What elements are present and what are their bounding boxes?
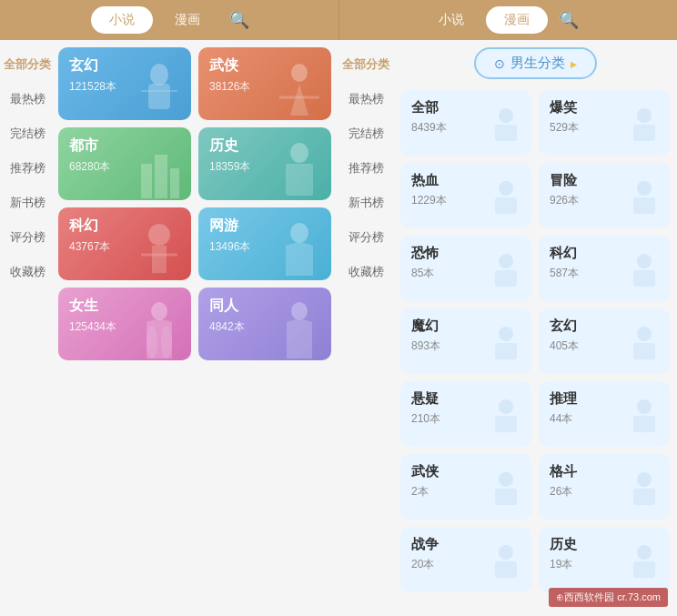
sidebar-item-all-categories-left[interactable]: 全部分类 xyxy=(0,47,55,82)
rcat-label-mohuan: 魔幻 xyxy=(411,318,520,335)
card-count-nvsheng: 125434本 xyxy=(69,319,180,335)
rcat-count-all: 8439本 xyxy=(411,120,520,136)
category-card-wangyou[interactable]: 网游 13496本 xyxy=(198,207,331,280)
left-search-button[interactable]: 🔍 xyxy=(222,6,257,34)
right-sidebar: 全部分类 最热榜 完结榜 推荐榜 新书榜 评分榜 收藏榜 xyxy=(338,40,393,616)
right-panel: 全部分类 最热榜 完结榜 推荐榜 新书榜 评分榜 收藏榜 ⊙ 男生分类 ▸ 全部… xyxy=(338,40,677,616)
rcat-label-all: 全部 xyxy=(411,99,520,116)
left-sidebar: 全部分类 最热榜 完结榜 推荐榜 新书榜 评分榜 收藏榜 xyxy=(0,40,55,616)
left-tab-novel[interactable]: 小说 xyxy=(91,6,153,34)
card-label-kexuan: 科幻 xyxy=(69,217,180,236)
rcat-count-mohuan: 893本 xyxy=(411,338,520,354)
left-tab-manga[interactable]: 漫画 xyxy=(157,6,218,34)
rcat-count-lishi-r: 19本 xyxy=(550,557,659,572)
top-navigation-bar: 小说 漫画 🔍 小说 漫画 🔍 xyxy=(0,0,677,40)
rcat-label-rexue: 热血 xyxy=(411,172,520,189)
category-card-tongren[interactable]: 同人 4842本 xyxy=(198,288,331,360)
right-cat-xuanhuan[interactable]: 玄幻 405本 xyxy=(539,308,670,374)
right-search-button[interactable]: 🔍 xyxy=(551,6,586,34)
rcat-count-gedou: 26本 xyxy=(550,484,659,500)
card-label-wangyou: 网游 xyxy=(209,217,320,236)
left-panel: 全部分类 最热榜 完结榜 推荐榜 新书榜 评分榜 收藏榜 玄幻 121528本 xyxy=(0,40,338,616)
right-content-area: ⊙ 男生分类 ▸ 全部 8439本 爆笑 529本 xyxy=(393,40,677,616)
right-cat-mohuan[interactable]: 魔幻 893本 xyxy=(400,308,531,374)
card-count-dushi: 68280本 xyxy=(69,159,180,175)
right-cat-gedou[interactable]: 格斗 26本 xyxy=(539,454,670,520)
sidebar-item-hot-left[interactable]: 最热榜 xyxy=(0,82,55,116)
rcat-count-baoxiao: 529本 xyxy=(550,120,659,136)
sidebar-item-recommend-right[interactable]: 推荐榜 xyxy=(338,151,393,186)
rcat-label-gedou: 格斗 xyxy=(550,463,659,480)
right-cat-baoxiao[interactable]: 爆笑 529本 xyxy=(539,90,670,156)
rcat-label-baoxiao: 爆笑 xyxy=(550,99,659,116)
card-label-dushi: 都市 xyxy=(69,136,180,156)
category-card-kexuan[interactable]: 科幻 43767本 xyxy=(58,207,191,280)
left-category-grid-area: 玄幻 121528本 武侠 38126本 xyxy=(55,40,338,616)
rcat-label-xuanhuan-r: 玄幻 xyxy=(550,318,659,335)
rcat-count-xuanhuan-r: 405本 xyxy=(550,338,659,354)
right-cat-zhanzheng[interactable]: 战争 20本 xyxy=(400,527,531,592)
rcat-count-maoxian: 926本 xyxy=(550,193,659,208)
rcat-count-wuxia-r: 2本 xyxy=(411,484,520,500)
male-tag[interactable]: ⊙ 男生分类 ▸ xyxy=(474,47,597,79)
rcat-label-lishi-r: 历史 xyxy=(550,536,659,553)
card-label-wuxia: 武侠 xyxy=(209,56,320,76)
male-tag-label: 男生分类 xyxy=(510,55,565,72)
sidebar-item-all-categories-right[interactable]: 全部分类 xyxy=(338,47,393,82)
rcat-label-kongbu: 恐怖 xyxy=(411,245,520,262)
male-category-header: ⊙ 男生分类 ▸ xyxy=(400,47,670,79)
male-tag-arrow-icon: ▸ xyxy=(571,56,577,71)
sidebar-item-recommend-left[interactable]: 推荐榜 xyxy=(0,151,55,186)
sidebar-item-complete-right[interactable]: 完结榜 xyxy=(338,116,393,151)
sidebar-item-rating-left[interactable]: 评分榜 xyxy=(0,220,55,255)
card-count-xuanhuan: 121528本 xyxy=(69,79,180,95)
rcat-label-maoxian: 冒险 xyxy=(550,172,659,189)
card-label-lishi: 历史 xyxy=(209,136,320,156)
category-card-nvsheng[interactable]: 女生 125434本 xyxy=(58,288,191,360)
sidebar-item-hot-right[interactable]: 最热榜 xyxy=(338,82,393,116)
rcat-count-kongbu: 85本 xyxy=(411,266,520,281)
left-nav-tabs: 小说 漫画 🔍 xyxy=(9,6,338,34)
right-tab-novel[interactable]: 小说 xyxy=(420,6,482,34)
card-count-wuxia: 38126本 xyxy=(209,79,320,95)
sidebar-item-complete-left[interactable]: 完结榜 xyxy=(0,116,55,151)
category-card-lishi[interactable]: 历史 18359本 xyxy=(198,127,331,200)
rcat-label-kexuan-r: 科幻 xyxy=(550,245,659,262)
male-tag-icon: ⊙ xyxy=(494,56,505,71)
category-card-dushi[interactable]: 都市 68280本 xyxy=(58,127,191,200)
right-category-grid: 全部 8439本 爆笑 529本 热血 1229本 xyxy=(400,90,670,592)
right-cat-kongbu[interactable]: 恐怖 85本 xyxy=(400,236,531,301)
sidebar-item-newbook-right[interactable]: 新书榜 xyxy=(338,186,393,220)
sidebar-item-newbook-left[interactable]: 新书榜 xyxy=(0,186,55,220)
rcat-label-xuanyi: 悬疑 xyxy=(411,390,520,408)
main-content: 全部分类 最热榜 完结榜 推荐榜 新书榜 评分榜 收藏榜 玄幻 121528本 xyxy=(0,40,677,616)
card-label-nvsheng: 女生 xyxy=(69,297,180,316)
sidebar-item-favorite-right[interactable]: 收藏榜 xyxy=(338,255,393,289)
card-label-tongren: 同人 xyxy=(209,297,320,316)
right-tab-manga[interactable]: 漫画 xyxy=(486,6,548,34)
rcat-label-tuili: 推理 xyxy=(550,390,659,408)
right-cat-all[interactable]: 全部 8439本 xyxy=(400,90,531,156)
card-count-tongren: 4842本 xyxy=(209,319,320,335)
right-cat-kexuan[interactable]: 科幻 587本 xyxy=(539,236,670,301)
rcat-count-rexue: 1229本 xyxy=(411,193,520,208)
card-label-xuanhuan: 玄幻 xyxy=(69,56,180,76)
rcat-count-xuanyi: 210本 xyxy=(411,411,520,427)
sidebar-item-favorite-left[interactable]: 收藏榜 xyxy=(0,255,55,289)
right-cat-xuanyi[interactable]: 悬疑 210本 xyxy=(400,381,531,447)
sidebar-item-rating-right[interactable]: 评分榜 xyxy=(338,220,393,255)
left-category-grid: 玄幻 121528本 武侠 38126本 xyxy=(58,47,331,360)
rcat-label-zhanzheng: 战争 xyxy=(411,536,520,553)
card-count-lishi: 18359本 xyxy=(209,159,320,175)
rcat-count-zhanzheng: 20本 xyxy=(411,557,520,572)
right-cat-rexue[interactable]: 热血 1229本 xyxy=(400,163,531,228)
right-cat-lishi-r[interactable]: 历史 19本 xyxy=(539,527,670,592)
right-cat-wuxia-r[interactable]: 武侠 2本 xyxy=(400,454,531,520)
category-card-xuanhuan[interactable]: 玄幻 121528本 xyxy=(58,47,191,120)
right-cat-maoxian[interactable]: 冒险 926本 xyxy=(539,163,670,228)
rcat-label-wuxia-r: 武侠 xyxy=(411,463,520,480)
right-nav-tabs: 小说 漫画 🔍 xyxy=(339,6,669,34)
rcat-count-kexuan-r: 587本 xyxy=(550,266,659,281)
right-cat-tuili[interactable]: 推理 44本 xyxy=(539,381,670,447)
category-card-wuxia[interactable]: 武侠 38126本 xyxy=(198,47,331,120)
